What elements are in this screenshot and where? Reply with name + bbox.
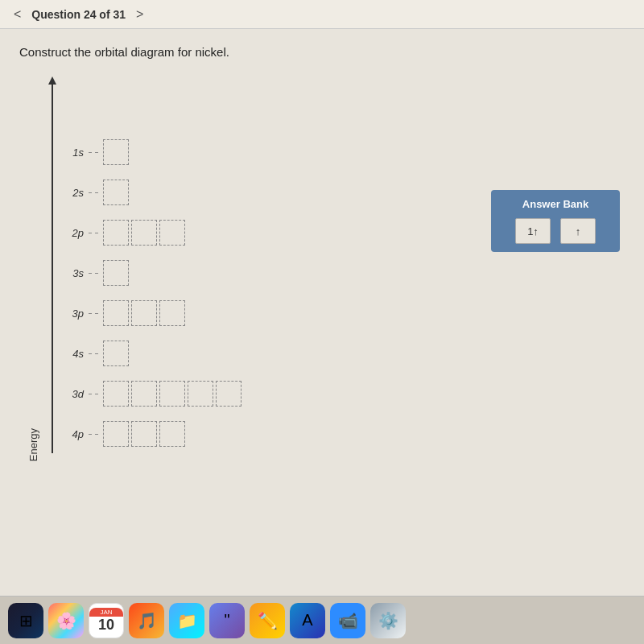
dock-calendar-month: JAN [89,608,123,617]
box-3p-1[interactable] [103,300,129,326]
question-text: Construct the orbital diagram for nickel… [19,45,625,59]
level-line-2s [89,192,100,193]
boxes-3d [103,381,242,407]
box-3p-3[interactable] [159,300,185,326]
box-3d-5[interactable] [216,381,242,407]
dock-appstore[interactable]: A [290,603,325,638]
level-line-4s [89,353,100,354]
boxes-3p [103,300,185,326]
level-line-3s [89,273,100,274]
level-label-1s: 1s [61,147,84,159]
energy-arrow-line [52,83,53,453]
dock-settings[interactable]: ⚙️ [370,603,406,638]
level-1s: 1s [61,139,242,165]
dock-pencil[interactable]: ✏️ [250,603,285,638]
top-navigation-bar: < Question 24 of 31 > [0,0,644,29]
question-counter: Question 24 of 31 [31,8,126,21]
box-4p-1[interactable] [103,421,129,447]
level-line-2p [89,233,100,233]
dock-quotes[interactable]: " [209,603,245,638]
main-content: Construct the orbital diagram for nickel… [0,29,644,596]
box-2s-1[interactable] [103,180,129,205]
level-line-3d [89,394,100,394]
level-2s: 2s [61,180,242,205]
boxes-2s [103,180,129,205]
box-2p-2[interactable] [131,220,157,246]
box-4s-1[interactable] [103,341,129,366]
answer-bank-items: 1↑ ↑ [504,218,607,244]
answer-bank: Answer Bank 1↑ ↑ [491,190,620,252]
dock: ⊞ 🌸 JAN 10 🎵 📁 " ✏️ A 📹 ⚙️ [0,596,644,644]
dock-zoom[interactable]: 📹 [330,603,365,638]
box-3d-3[interactable] [159,381,185,407]
orbital-levels: 4p 3d [61,139,242,461]
level-label-2s: 2s [61,187,84,199]
answer-item-up-down[interactable]: 1↑ [515,218,551,244]
level-line-3p [89,313,100,314]
boxes-3s [103,260,129,286]
level-3s: 3s [61,260,242,286]
box-4p-3[interactable] [159,421,185,447]
dock-photos[interactable]: 🌸 [48,603,84,638]
level-label-3d: 3d [61,388,84,400]
box-3d-4[interactable] [188,381,213,407]
boxes-4s [103,341,129,366]
level-line-4p [89,434,100,435]
boxes-2p [103,220,185,246]
box-4p-2[interactable] [131,421,157,447]
boxes-4p [103,421,185,447]
boxes-1s [103,139,129,165]
dock-calendar-date: 10 [98,617,114,634]
dock-calendar[interactable]: JAN 10 [89,603,124,638]
level-4p: 4p [61,421,242,447]
level-3p: 3p [61,300,242,326]
dock-music[interactable]: 🎵 [129,603,164,638]
box-2p-3[interactable] [159,220,185,246]
level-label-3s: 3s [61,267,84,279]
orbital-diagram-container: Energy 4p 3d [52,75,625,461]
level-line-1s [89,152,100,153]
answer-item-up[interactable]: ↑ [560,218,596,244]
level-label-3p: 3p [61,308,84,320]
level-label-2p: 2p [61,227,84,239]
level-label-4p: 4p [61,428,84,440]
prev-arrow[interactable]: < [10,6,25,23]
box-3s-1[interactable] [103,260,129,286]
box-3d-2[interactable] [131,381,157,407]
level-4s: 4s [61,341,242,366]
level-2p: 2p [61,220,242,246]
energy-axis: Energy [52,75,53,461]
box-3p-2[interactable] [131,300,157,326]
answer-bank-title: Answer Bank [504,198,607,210]
box-3d-1[interactable] [103,381,129,407]
level-3d: 3d [61,381,242,407]
next-arrow[interactable]: > [132,6,147,23]
dock-files[interactable]: 📁 [169,603,204,638]
dock-launchpad[interactable]: ⊞ [8,603,43,638]
level-label-4s: 4s [61,348,84,360]
box-2p-1[interactable] [103,220,129,246]
box-1s-1[interactable] [103,139,129,165]
energy-label: Energy [27,428,39,461]
